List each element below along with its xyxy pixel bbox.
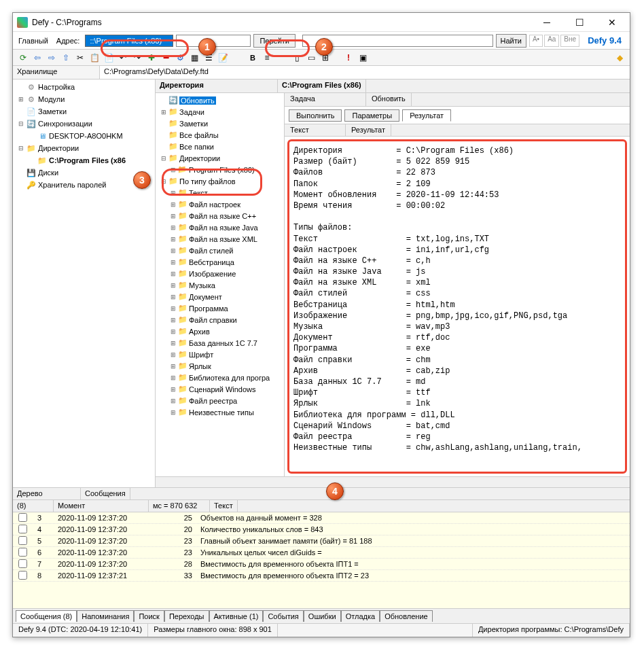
log-row[interactable]: 82020-11-09 12:37:2133Вместимость для вр…	[13, 570, 630, 582]
badge-2: 2	[315, 38, 333, 56]
tree-item[interactable]: 📁C:\Program Files (x86	[14, 154, 154, 166]
font-a-btn[interactable]: A•	[529, 35, 543, 47]
tab[interactable]: Обновление	[380, 610, 433, 622]
up-icon[interactable]: ⇧	[60, 52, 72, 64]
mid-col1: Директория	[156, 80, 278, 92]
warn-icon[interactable]: !	[342, 52, 355, 64]
grid-icon[interactable]: ▦	[188, 52, 200, 64]
filetree-item[interactable]: ⊞📁Программа	[157, 302, 283, 314]
log-row[interactable]: 72020-11-09 12:37:2028Вместимость для вр…	[13, 559, 630, 570]
filetree-item[interactable]: ⊞📁Шрифт	[157, 349, 283, 360]
filetree-item[interactable]: ⊟📁Директории	[157, 152, 283, 164]
log-checkbox[interactable]	[18, 536, 27, 545]
log-checkbox[interactable]	[18, 548, 27, 557]
filetree-item[interactable]: ⊞📁Файл на языке C++	[157, 210, 283, 222]
log-row[interactable]: 62020-11-09 12:37:2023Уникальных целых ч…	[13, 547, 630, 559]
filetree-item[interactable]: ⊞📁Вебстраница	[157, 256, 283, 268]
tab[interactable]: Ошибки	[304, 610, 341, 622]
execute-button[interactable]: Выполнить	[289, 109, 342, 122]
filetree-item[interactable]: ⊞📁Ярлык	[157, 360, 283, 372]
result-text[interactable]: Директория = C:\Program Files (x86) Разм…	[287, 139, 627, 474]
filetree-item[interactable]: 🔄Обновить	[157, 94, 283, 106]
right-pane: Задача Обновить Выполнить Параметры Резу…	[285, 93, 630, 476]
filetree-item[interactable]: 📁Заметки	[157, 118, 283, 129]
gear-icon[interactable]: ⚙	[174, 52, 186, 64]
result-col: Результат	[346, 124, 391, 136]
filetree-item[interactable]: ⊞📁Задачи	[157, 106, 283, 118]
filetree-item[interactable]: ⊞📁Документ	[157, 291, 283, 302]
filetree-item[interactable]: ⊞📁Текст	[157, 187, 283, 198]
tab[interactable]: События	[263, 610, 303, 622]
tab[interactable]: Отладка	[341, 610, 380, 622]
forward-icon[interactable]: ⇨	[46, 52, 58, 64]
maximize-button[interactable]: ☐	[566, 13, 593, 32]
tree-item[interactable]: ⊟🔄Синхронизации	[14, 118, 154, 130]
log-row[interactable]: 42020-11-09 12:37:2020Количество уникаль…	[13, 524, 630, 535]
filetree-item[interactable]: ⊞📁Файл стилей	[157, 245, 283, 256]
params-button[interactable]: Параметры	[344, 109, 399, 122]
filetree-item[interactable]: ⊞📁Сценарий Windows	[157, 383, 283, 395]
filetree-item[interactable]: ⊞📁Архив	[157, 326, 283, 337]
copy-icon[interactable]: 📋	[88, 52, 101, 64]
tab[interactable]: Поиск	[134, 610, 164, 622]
filetree-item[interactable]: ⊞📁Файл настроек	[157, 198, 283, 210]
tab[interactable]: Переходы	[164, 610, 209, 622]
tab[interactable]: Активные (1)	[209, 610, 264, 622]
log-row[interactable]: 52020-11-09 12:37:2023Главный объект зан…	[13, 535, 630, 547]
address-input[interactable]	[85, 35, 173, 47]
log-checkbox[interactable]	[18, 559, 27, 568]
filetree-item[interactable]: ⊞📁База данных 1С 7.7	[157, 337, 283, 349]
note-icon[interactable]: 📝	[217, 52, 229, 64]
filetree-item[interactable]: ⊞📁Файл реестра	[157, 395, 283, 406]
filetree-item[interactable]: ⊞📁Неизвестные типы	[157, 406, 283, 418]
screen-icon[interactable]: ▣	[357, 52, 369, 64]
bold-icon[interactable]: B	[247, 52, 259, 64]
font-vne-btn[interactable]: Вне	[560, 35, 579, 47]
main-label[interactable]: Главный	[16, 37, 51, 45]
filetree-item[interactable]: ⊞📂Program Files (x86)	[157, 164, 283, 175]
filetree-item[interactable]: ⊞📁Изображение	[157, 268, 283, 279]
tree-item[interactable]: 💾Диски	[14, 166, 154, 179]
nav-tree[interactable]: ⚙Настройка⊞⚙Модули📄Заметки⊟🔄Синхронизаци…	[13, 80, 156, 487]
scroll-h[interactable]	[156, 476, 630, 487]
log-body[interactable]: 32020-11-09 12:37:2025Объектов на данный…	[13, 512, 630, 608]
redo-icon[interactable]: ↷	[131, 52, 143, 64]
go-button[interactable]: Перейти	[253, 34, 296, 48]
add-icon[interactable]: ✚	[145, 52, 158, 64]
tree-item[interactable]: 🖥DESKTOP-A8O0HKM	[14, 130, 154, 142]
find-button[interactable]: Найти	[496, 34, 526, 48]
minimize-button[interactable]: ─	[533, 13, 560, 32]
tab[interactable]: Сообщения (8)	[16, 610, 77, 622]
back-icon[interactable]: ⇦	[31, 52, 43, 64]
undo-icon[interactable]: ↶	[117, 52, 129, 64]
filetree-item[interactable]: ⊞📁Файл на языке Java	[157, 222, 283, 233]
filetree-item[interactable]: ⊞📁Музыка	[157, 279, 283, 291]
tree-item[interactable]: ⊟📁Директории	[14, 142, 154, 154]
tree-item[interactable]: ⊞⚙Модули	[14, 93, 154, 105]
result-button[interactable]: Результат	[402, 109, 451, 122]
help-icon[interactable]: ◆	[613, 52, 626, 64]
log-checkbox[interactable]	[18, 513, 27, 522]
refresh-icon[interactable]: ⟳	[17, 52, 29, 64]
file-tree[interactable]: 🔄Обновить⊞📁Задачи📁Заметки📁Все файлы📁Все …	[156, 93, 285, 476]
filetree-item[interactable]: ⊞📁Файл на языке XML	[157, 233, 283, 245]
log-checkbox[interactable]	[18, 525, 27, 533]
font-aa-btn[interactable]: Aa	[544, 35, 559, 47]
panel2-icon[interactable]: ▭	[305, 52, 317, 64]
filetree-item[interactable]: ⊟📁По типу файлов	[157, 175, 283, 187]
filetree-item[interactable]: ⊞📁Файл справки	[157, 314, 283, 326]
tree-item[interactable]: 📄Заметки	[14, 105, 154, 118]
filetree-item[interactable]: ⊞📁Библиотека для програ	[157, 372, 283, 383]
tree-item[interactable]: ⚙Настройка	[14, 81, 154, 93]
cut-icon[interactable]: ✂	[74, 52, 86, 64]
log-checkbox[interactable]	[18, 571, 27, 580]
log-row[interactable]: 32020-11-09 12:37:2025Объектов на данный…	[13, 512, 630, 524]
tab[interactable]: Напоминания	[77, 610, 134, 622]
align-icon[interactable]: ≡	[261, 52, 273, 64]
close-button[interactable]: ✕	[598, 13, 626, 32]
paste-icon[interactable]: 📄	[103, 52, 115, 64]
filetree-item[interactable]: 📁Все папки	[157, 141, 283, 152]
delete-icon[interactable]: ━	[160, 52, 172, 64]
panel1-icon[interactable]: ▯	[291, 52, 303, 64]
filetree-item[interactable]: 📁Все файлы	[157, 129, 283, 141]
